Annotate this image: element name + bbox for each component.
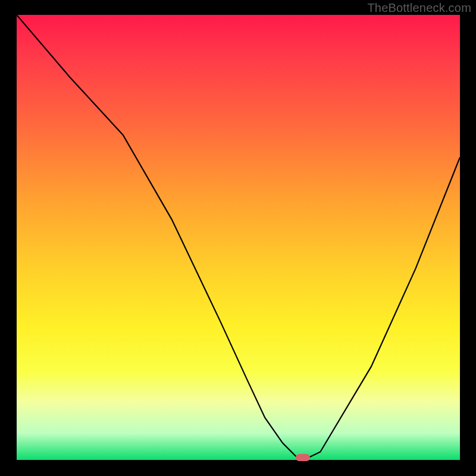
curve-svg xyxy=(17,15,460,460)
watermark-text: TheBottleneck.com xyxy=(367,1,471,15)
optimal-marker xyxy=(296,454,310,461)
chart-container: TheBottleneck.com xyxy=(0,0,476,476)
bottleneck-curve xyxy=(17,15,460,458)
